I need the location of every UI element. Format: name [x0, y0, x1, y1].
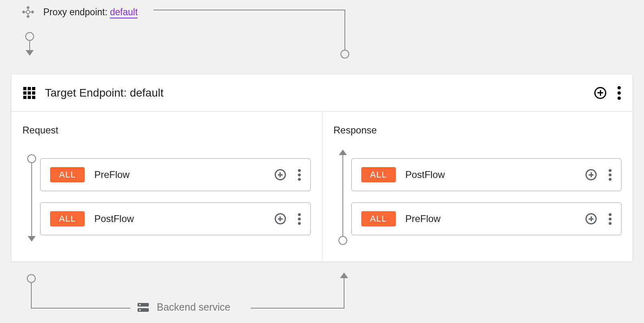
connector-line — [31, 308, 130, 309]
svg-rect-0 — [26, 6, 30, 9]
target-endpoint-header: Target Endpoint: default — [11, 74, 633, 112]
add-step-button[interactable] — [275, 169, 286, 180]
flow-row[interactable]: ALLPreFlow — [351, 202, 622, 235]
flow-more-menu[interactable] — [298, 213, 301, 225]
flow-more-menu[interactable] — [609, 169, 612, 181]
connector-line — [344, 10, 345, 52]
connector-line — [344, 277, 344, 309]
flow-more-menu[interactable] — [609, 213, 612, 225]
response-column: Response ALLPostFlowALLPreFlow — [322, 112, 633, 262]
svg-rect-2 — [31, 10, 34, 14]
add-button[interactable] — [594, 87, 606, 99]
svg-rect-4 — [26, 10, 30, 14]
connector-line — [154, 10, 345, 10]
connector-arrowhead — [340, 273, 348, 278]
request-title: Request — [22, 125, 311, 136]
proxy-endpoint-row: Proxy endpoint: default — [22, 4, 138, 20]
flow-name: PostFlow — [405, 169, 576, 180]
flow-more-menu[interactable] — [298, 169, 301, 181]
flow-badge: ALL — [361, 211, 396, 226]
add-step-button[interactable] — [585, 169, 597, 180]
request-column: Request ALLPreFlowALLPostFlow — [11, 112, 322, 262]
proxy-endpoint-link[interactable]: default — [110, 7, 138, 18]
svg-rect-3 — [26, 15, 30, 18]
backend-service-connector: Backend service — [9, 273, 635, 317]
target-endpoint-card: Target Endpoint: default Request ALLPreF… — [11, 74, 633, 262]
flow-name: PreFlow — [405, 213, 576, 224]
backend-service-label: Backend service — [157, 301, 230, 313]
more-menu-button[interactable] — [618, 86, 621, 100]
svg-point-8 — [139, 309, 141, 311]
add-step-button[interactable] — [585, 213, 597, 224]
connector-line — [251, 308, 344, 309]
add-step-button[interactable] — [275, 213, 286, 224]
connector-line — [31, 283, 32, 308]
connector-node — [27, 274, 36, 283]
svg-point-6 — [139, 304, 141, 305]
response-title: Response — [334, 125, 622, 136]
flow-badge: ALL — [50, 211, 85, 226]
flow-row[interactable]: ALLPostFlow — [40, 202, 311, 235]
flow-badge: ALL — [50, 167, 85, 182]
apps-grid-icon — [23, 87, 35, 99]
backend-service-icon — [138, 303, 149, 312]
target-endpoint-title: Target Endpoint: default — [45, 87, 594, 99]
flow-row[interactable]: ALLPostFlow — [351, 158, 622, 191]
svg-rect-1 — [22, 10, 25, 14]
flow-name: PostFlow — [94, 213, 265, 224]
flow-row[interactable]: ALLPreFlow — [40, 158, 311, 191]
flow-badge: ALL — [361, 167, 396, 182]
proxy-endpoint-icon — [22, 6, 34, 18]
flow-name: PreFlow — [94, 169, 265, 180]
proxy-endpoint-label: Proxy endpoint: default — [43, 7, 138, 18]
connector-node — [340, 50, 349, 59]
